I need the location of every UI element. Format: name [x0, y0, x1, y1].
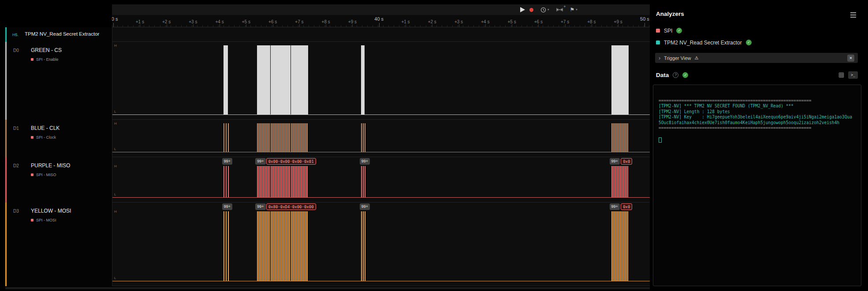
timeline-label: +2 s	[162, 19, 171, 24]
signal-pulse	[611, 123, 612, 152]
analyzer-name: TPM2 NV_Read Secret Extractor	[664, 40, 742, 46]
signal-pulse	[260, 166, 261, 197]
signal-pulse	[307, 123, 308, 152]
analyzer-color-icon	[656, 41, 660, 44]
signal-pulse	[269, 123, 270, 152]
signal-pulse	[277, 211, 278, 281]
signal-pulse	[258, 123, 259, 152]
channel-label-row[interactable]: D2PURPLE - MISOSPI - MISO	[5, 157, 112, 203]
grid-view-icon[interactable]	[838, 72, 844, 78]
signal-pulse	[302, 211, 302, 281]
signal-pulse	[269, 211, 270, 281]
signal-pulse	[295, 166, 296, 197]
timeline-ruler[interactable]: 30 s+1 s+2 s+3 s+4 s+5 s+6 s+7 s+8 s+9 s…	[112, 15, 650, 27]
signal-pulse	[264, 123, 264, 152]
timeline-label: +1 s	[401, 19, 410, 24]
analyzer-label-row[interactable]: H5.TPM2 NV_Read Secret Extractor	[5, 27, 112, 42]
help-icon[interactable]: ?	[673, 72, 678, 78]
measure-icon	[556, 7, 563, 12]
signal-pulse	[268, 123, 268, 152]
level-high-label: H	[114, 44, 117, 48]
analyzer-item[interactable]: SPI✓	[656, 25, 858, 37]
signal-pulse	[300, 211, 301, 281]
spi-color-square-icon	[31, 58, 34, 61]
horizontal-scrollbar[interactable]	[5, 287, 650, 289]
signal-pulse	[361, 166, 362, 197]
signal-pulse	[258, 211, 259, 281]
signal-pulse	[279, 211, 279, 281]
timeline-label: 30 s	[112, 16, 118, 22]
analyzer-wave-row[interactable]	[112, 27, 650, 42]
signal-pulse	[363, 123, 364, 152]
annotation-count-bubble: 99+	[360, 203, 370, 210]
trigger-view-row[interactable]: › Trigger View ⚠ ✕	[655, 53, 858, 63]
signal-pulse	[625, 123, 626, 152]
channel-label-row[interactable]: D0GREEN - CSSPI - Enable	[5, 42, 112, 120]
signal-pulse	[291, 211, 292, 281]
check-icon: ✓	[676, 28, 682, 33]
spi-color-square-icon	[31, 136, 34, 139]
signal-pulse	[302, 123, 302, 152]
signal-pulse	[288, 211, 289, 281]
signal-pulse	[272, 166, 273, 197]
channel-name: BLUE - CLK	[31, 125, 60, 131]
timeline-tick	[565, 24, 566, 27]
terminal-view-icon[interactable]: >_	[848, 71, 858, 79]
signal-pulse	[292, 211, 293, 281]
signal-pulse	[613, 123, 614, 152]
signal-pulse	[289, 211, 290, 281]
signal-pulse	[294, 123, 294, 152]
signal-pulse	[277, 166, 278, 197]
timeline-label: +4 s	[216, 19, 224, 24]
timeline-tick	[644, 23, 645, 27]
timeline-tick	[220, 24, 220, 27]
signal-pulse	[276, 211, 277, 281]
channel-label-row[interactable]: D3YELLOW - MOSISPI - MOSI	[5, 203, 112, 286]
signal-baseline	[112, 152, 650, 152]
menu-icon[interactable]	[850, 12, 856, 18]
signal-pulse	[285, 211, 286, 281]
signal-pulse	[304, 211, 305, 281]
signal-pulse	[302, 166, 302, 197]
timeline-tick	[592, 24, 592, 27]
signal-pulse	[268, 166, 268, 197]
annotations-flag-button[interactable]: ⚑ ▾	[570, 7, 577, 12]
analyzer-name: SPI	[664, 28, 672, 34]
signal-pulse	[226, 123, 227, 152]
signal-pulse	[273, 166, 274, 197]
waveform-row[interactable]: HL99+99+0x00·0x00·0x00·0x0199+99+0x0	[112, 157, 650, 203]
timeline-tick	[326, 24, 326, 27]
timeline-label: +5 s	[507, 19, 516, 24]
level-high-label: H	[114, 122, 117, 125]
chevron-down-icon: ▾	[548, 8, 549, 11]
play-icon[interactable]	[520, 7, 525, 12]
signal-pulse	[287, 211, 287, 281]
close-icon[interactable]: ✕	[847, 55, 854, 62]
signal-pulse	[276, 123, 277, 152]
waveform-row[interactable]: HL	[112, 120, 650, 157]
signal-pulse	[261, 211, 262, 281]
signal-pulse	[615, 123, 616, 152]
signal-pulse	[295, 123, 296, 152]
waveform-row[interactable]: HL99+99+0x80·0xD4·0x00·0x0099+99+0x0	[112, 203, 650, 286]
terminal-output[interactable]: ========================================…	[653, 85, 861, 286]
annotation-count-bubble: 99+	[255, 203, 265, 210]
signal-pulse	[283, 123, 283, 152]
signal-pulse	[303, 211, 304, 281]
timeline-tick	[140, 24, 140, 27]
measure-button[interactable]: +	[556, 7, 563, 12]
waveform-row[interactable]: HL	[112, 42, 650, 120]
timer-button[interactable]: ▾	[540, 7, 549, 13]
signal-pulse	[276, 166, 277, 197]
signal-pulse	[272, 123, 273, 152]
signal-pulse	[265, 166, 266, 197]
signal-pulse	[622, 166, 623, 197]
analyzer-item[interactable]: TPM2 NV_Read Secret Extractor✓	[656, 37, 858, 48]
signal-pulse	[304, 123, 305, 152]
channel-label-row[interactable]: D1BLUE - CLKSPI - Clock	[5, 120, 112, 157]
signal-pulse	[273, 123, 274, 152]
timeline-tick	[512, 24, 512, 27]
signal-pulse	[627, 166, 628, 197]
signal-pulse	[224, 166, 224, 197]
waveform-area[interactable]: HLHLHL99+99+0x00·0x00·0x00·0x0199+99+0x0…	[112, 27, 650, 286]
